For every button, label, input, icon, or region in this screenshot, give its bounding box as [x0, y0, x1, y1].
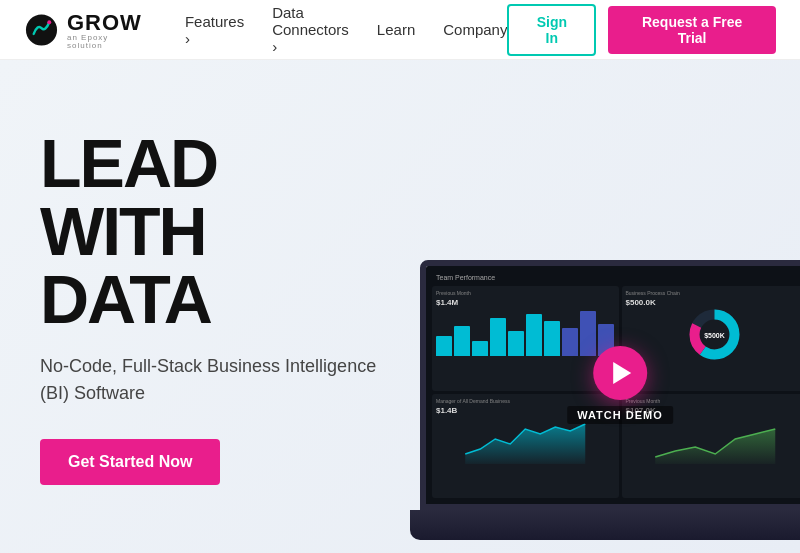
watch-demo-label: WATCH DEMO — [567, 406, 673, 424]
screen-header: Team Performance — [432, 272, 800, 283]
navbar: GROW an Epoxy solution Features › Data C… — [0, 0, 800, 60]
dashboard-mockup: Team Performance Previous Month $1.4M — [410, 80, 800, 540]
bar-2 — [454, 326, 470, 356]
hero-title: LEAD WITH DATA — [40, 129, 380, 333]
bar-5 — [508, 331, 524, 356]
nav-actions: Sign In Request a Free Trial — [507, 4, 776, 56]
grow-logo-icon — [24, 12, 59, 48]
card-value-1: $1.4M — [436, 298, 615, 307]
nav-data-connectors[interactable]: Data Connectors › — [272, 4, 349, 55]
get-started-button[interactable]: Get Started Now — [40, 439, 220, 485]
bar-6 — [526, 314, 542, 356]
bar-4 — [490, 318, 506, 356]
play-button[interactable] — [593, 346, 647, 400]
bar-1 — [436, 336, 452, 356]
svg-text:$500K: $500K — [704, 332, 725, 340]
card-title-1: Previous Month — [436, 290, 615, 296]
bar-7 — [544, 321, 560, 356]
play-icon — [613, 362, 631, 384]
card-value-2: $500.0K — [626, 298, 801, 307]
line-chart — [626, 419, 801, 464]
signin-button[interactable]: Sign In — [507, 4, 596, 56]
watch-demo-overlay[interactable]: WATCH DEMO — [567, 346, 673, 424]
nav-company[interactable]: Company — [443, 21, 507, 38]
bar-3 — [472, 341, 488, 356]
laptop: Team Performance Previous Month $1.4M — [410, 260, 800, 540]
logo[interactable]: GROW an Epoxy solution — [24, 10, 145, 50]
hero-section: LEAD WITH DATA No-Code, Full-Stack Busin… — [0, 60, 800, 553]
trial-button[interactable]: Request a Free Trial — [608, 6, 776, 54]
hero-content: LEAD WITH DATA No-Code, Full-Stack Busin… — [0, 129, 420, 485]
nav-learn[interactable]: Learn — [377, 21, 415, 38]
area-chart — [436, 419, 615, 464]
laptop-screen: Team Performance Previous Month $1.4M — [420, 260, 800, 510]
svg-point-1 — [47, 20, 51, 24]
logo-text: GROW — [67, 10, 145, 36]
hero-subtitle: No-Code, Full-Stack Business Intelligenc… — [40, 353, 380, 407]
logo-sub: an Epoxy solution — [67, 34, 145, 50]
nav-features[interactable]: Features › — [185, 13, 244, 47]
nav-links: Features › Data Connectors › Learn Compa… — [185, 4, 508, 55]
card-title-2: Business Process Chain — [626, 290, 801, 296]
donut-chart: $500K — [687, 307, 742, 362]
laptop-base — [410, 510, 800, 540]
svg-point-0 — [26, 14, 57, 45]
